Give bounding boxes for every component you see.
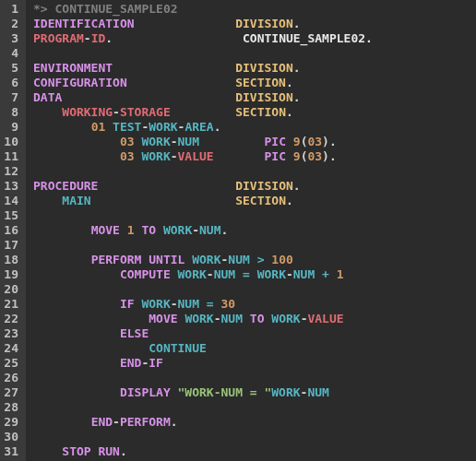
code-token: 03 [120, 135, 135, 148]
code-token: DISPLAY [120, 385, 171, 399]
code-token [286, 149, 293, 163]
code-line[interactable]: PROCEDURE DIVISION. [33, 179, 476, 194]
line-number: 9 [4, 120, 18, 135]
code-token: AREA [184, 120, 213, 134]
code-token: PERFORM [120, 415, 171, 429]
code-line[interactable]: 03 WORK-NUM PIC 9(03). [33, 135, 476, 149]
code-line[interactable]: MOVE WORK-NUM TO WORK-VALUE [33, 312, 476, 326]
code-line[interactable]: IF WORK-NUM = 30 [33, 297, 476, 312]
code-line[interactable]: DATA DIVISION. [33, 90, 476, 105]
code-line[interactable] [33, 371, 476, 385]
code-token: - [171, 135, 178, 148]
line-number: 18 [4, 253, 18, 267]
line-number: 28 [4, 400, 18, 415]
code-line[interactable]: CONFIGURATION SECTION. [33, 76, 476, 90]
code-line[interactable]: STOP RUN. [33, 444, 476, 459]
code-line[interactable]: WORKING-STORAGE SECTION. [33, 105, 476, 120]
code-line[interactable]: END-IF [33, 356, 476, 371]
code-token: WORK [257, 267, 286, 281]
line-number: 27 [4, 385, 18, 400]
code-token [33, 341, 149, 355]
code-token: + [322, 267, 329, 281]
code-line[interactable] [33, 282, 476, 297]
line-number: 3 [4, 31, 18, 46]
code-line[interactable]: *> CONTINUE_SAMPLE02 [33, 2, 476, 17]
code-area[interactable]: *> CONTINUE_SAMPLE02IDENTIFICATION DIVIS… [26, 0, 476, 461]
code-line[interactable] [33, 238, 476, 253]
line-number: 7 [4, 90, 18, 105]
code-token [33, 149, 120, 163]
code-line[interactable]: END-PERFORM. [33, 415, 476, 430]
code-line[interactable]: 01 TEST-WORK-AREA. [33, 120, 476, 135]
code-token: WORK [184, 312, 213, 325]
code-token: WORK [178, 267, 207, 281]
code-token: . [286, 194, 293, 207]
code-line[interactable]: MAIN SECTION. [33, 194, 476, 208]
code-token: 03 [120, 149, 135, 163]
code-token: TO [250, 312, 265, 325]
line-number: 2 [4, 17, 18, 31]
code-token: - [113, 105, 120, 119]
code-token [33, 385, 120, 399]
code-line[interactable] [33, 400, 476, 415]
code-line[interactable]: PROGRAM-ID. CONTINUE_SAMPLE02. [33, 31, 476, 46]
code-token [199, 297, 207, 311]
code-token: PROGRAM [33, 31, 84, 45]
code-token: NUM [293, 267, 315, 281]
code-token: IF [149, 356, 163, 370]
code-token [91, 194, 236, 207]
code-token [250, 267, 257, 281]
code-token [243, 312, 250, 325]
code-line[interactable] [33, 46, 476, 61]
code-line[interactable]: CONTINUE [33, 341, 476, 356]
code-token: DIVISION [235, 61, 293, 75]
code-token: DIVISION [235, 17, 293, 30]
code-token [127, 76, 235, 89]
line-number: 16 [4, 223, 18, 238]
code-token: . [293, 17, 301, 30]
code-line[interactable] [33, 164, 476, 179]
code-token [105, 120, 113, 134]
code-token: - [171, 297, 178, 311]
code-line[interactable]: MOVE 1 TO WORK-NUM. [33, 223, 476, 238]
code-token: . [105, 31, 113, 45]
code-token: WORK [141, 149, 170, 163]
line-number: 14 [4, 194, 18, 208]
code-token: 1 [127, 223, 135, 237]
code-line[interactable] [33, 208, 476, 223]
code-token: . [286, 105, 293, 119]
code-token: IDENTIFICATION [33, 17, 135, 30]
code-token: . [214, 120, 221, 134]
code-line[interactable]: 03 WORK-VALUE PIC 9(03). [33, 149, 476, 164]
code-token [98, 179, 235, 193]
code-token: PIC [264, 135, 285, 148]
code-token: MOVE [91, 223, 120, 237]
code-token: WORK [141, 135, 170, 148]
code-token: WORK [149, 120, 177, 134]
line-number: 25 [4, 356, 18, 371]
code-token: . [293, 90, 301, 104]
code-line[interactable]: IDENTIFICATION DIVISION. [33, 17, 476, 31]
code-line[interactable]: ELSE [33, 326, 476, 341]
code-token: DIVISION [235, 179, 293, 193]
code-token: - [84, 31, 91, 45]
code-line[interactable]: ENVIRONMENT DIVISION. [33, 61, 476, 76]
line-number: 26 [4, 371, 18, 385]
code-line[interactable] [33, 430, 476, 444]
line-number: 5 [4, 61, 18, 76]
code-token [315, 267, 322, 281]
code-line[interactable]: PERFORM UNTIL WORK-NUM > 100 [33, 253, 476, 267]
code-token: *> CONTINUE_SAMPLE02 [33, 2, 178, 16]
code-token: - [113, 415, 120, 429]
code-line[interactable]: COMPUTE WORK-NUM = WORK-NUM + 1 [33, 267, 476, 282]
line-number: 23 [4, 326, 18, 341]
code-editor[interactable]: 1234567891011121314151617181920212223242… [0, 0, 476, 461]
code-token: 9 [293, 135, 301, 148]
code-token: - [192, 223, 199, 237]
code-token: - [214, 312, 221, 325]
line-number: 24 [4, 341, 18, 356]
code-token: NUM [307, 385, 328, 399]
line-number: 30 [4, 430, 18, 444]
code-line[interactable]: DISPLAY "WORK-NUM = "WORK-NUM [33, 385, 476, 400]
code-token [33, 326, 120, 340]
